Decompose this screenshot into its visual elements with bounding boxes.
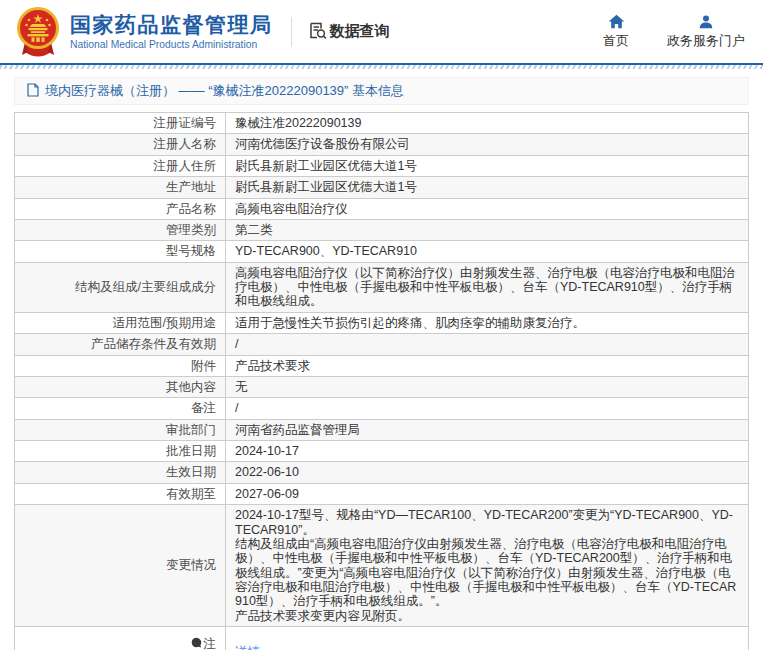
row-label: 型号规格: [15, 241, 226, 262]
row-value: 尉氏县新尉工业园区优德大道1号: [226, 155, 749, 176]
row-label: 生效日期: [15, 462, 226, 483]
row-value: YD-TECAR900、YD-TECAR910: [226, 241, 749, 262]
row-value: 河南省药品监督管理局: [226, 419, 749, 440]
site-header: 国家药品监督管理局 National Medical Products Admi…: [0, 0, 763, 63]
row-value: 高频电容电阻治疗仪: [226, 198, 749, 219]
table-row: 适用范围/预期用途适用于急慢性关节损伤引起的疼痛、肌肉痉挛的辅助康复治疗。: [15, 312, 749, 333]
breadcrumb-text: 境内医疗器械（注册） —— “豫械注准20222090139” 基本信息: [45, 82, 404, 100]
table-row: 结构及组成/主要组成成分高频电容电阻治疗仪（以下简称治疗仪）由射频发生器、治疗电…: [15, 262, 749, 312]
row-label: 备注: [15, 398, 226, 419]
table-row: 其他内容无: [15, 376, 749, 397]
row-value: /: [226, 398, 749, 419]
row-value: /: [226, 334, 749, 355]
table-row: 管理类别第二类: [15, 219, 749, 240]
data-query-icon: [308, 21, 327, 43]
breadcrumb: 境内医疗器械（注册） —— “豫械注准20222090139” 基本信息: [14, 77, 749, 105]
table-row: 备注/: [15, 398, 749, 419]
row-value: 高频电容电阻治疗仪（以下简称治疗仪）由射频发生器、治疗电极（电容治疗电极和电阻治…: [226, 262, 749, 312]
table-row: 注册人名称河南优德医疗设备股份有限公司: [15, 134, 749, 155]
row-label: 注册人住所: [15, 155, 226, 176]
table-row: 注册证编号豫械注准20222090139: [15, 113, 749, 134]
home-icon: [608, 14, 625, 29]
table-row: 审批部门河南省药品监督管理局: [15, 419, 749, 440]
header-divider: [291, 17, 292, 47]
table-row: 产品名称高频电容电阻治疗仪: [15, 198, 749, 219]
row-value: 尉氏县新尉工业园区优德大道1号: [226, 177, 749, 198]
row-value: 豫械注准20222090139: [226, 113, 749, 134]
nav-gov-portal[interactable]: 政务服务门户: [667, 14, 745, 50]
table-row: 批准日期2024-10-17: [15, 441, 749, 462]
note-label-text: 注: [204, 637, 217, 650]
nav-home-label: 首页: [603, 32, 629, 50]
table-row: 附件产品技术要求: [15, 355, 749, 376]
row-label: 生产地址: [15, 177, 226, 198]
registration-info-table: 注册证编号豫械注准20222090139 注册人名称河南优德医疗设备股份有限公司…: [14, 112, 749, 650]
site-subtitle: National Medical Products Administration: [70, 39, 273, 50]
row-label: 注册人名称: [15, 134, 226, 155]
row-label: 审批部门: [15, 419, 226, 440]
user-icon: [698, 14, 714, 29]
row-value: 无: [226, 376, 749, 397]
row-label: 产品储存条件及有效期: [15, 334, 226, 355]
row-label: 变更情况: [15, 505, 226, 627]
table-row: 产品储存条件及有效期/: [15, 334, 749, 355]
table-row: 生效日期2022-06-10: [15, 462, 749, 483]
data-query-label: 数据查询: [330, 22, 390, 41]
row-value: 第二类: [226, 219, 749, 240]
table-row: 有效期至2027-06-09: [15, 483, 749, 504]
nav-gov-portal-label: 政务服务门户: [667, 32, 745, 50]
row-label: 结构及组成/主要组成成分: [15, 262, 226, 312]
row-label: 附件: [15, 355, 226, 376]
row-label: 其他内容: [15, 376, 226, 397]
row-value: 产品技术要求: [226, 355, 749, 376]
header-nav: 首页 政务服务门户: [603, 14, 745, 50]
row-value: 适用于急慢性关节损伤引起的疼痛、肌肉痉挛的辅助康复治疗。: [226, 312, 749, 333]
national-emblem-logo: [14, 6, 62, 58]
site-title: 国家药品监督管理局: [70, 13, 273, 36]
row-label: 管理类别: [15, 219, 226, 240]
row-label: 有效期至: [15, 483, 226, 504]
table-row: 生产地址尉氏县新尉工业园区优德大道1号: [15, 177, 749, 198]
row-label: 产品名称: [15, 198, 226, 219]
row-label: 批准日期: [15, 441, 226, 462]
row-label: 适用范围/预期用途: [15, 312, 226, 333]
table-row: 注册人住所尉氏县新尉工业园区优德大道1号: [15, 155, 749, 176]
row-value: 河南优德医疗设备股份有限公司: [226, 134, 749, 155]
data-query-tab[interactable]: 数据查询: [308, 21, 390, 43]
brand[interactable]: 国家药品监督管理局 National Medical Products Admi…: [14, 6, 273, 58]
row-value: 2027-06-09: [226, 483, 749, 504]
nav-home[interactable]: 首页: [603, 14, 629, 50]
comment-icon: [191, 637, 202, 650]
detail-link[interactable]: 详情: [235, 645, 260, 650]
note-row: 注 详情: [15, 627, 749, 650]
row-value: 2024-10-17: [226, 441, 749, 462]
row-value: 2024-10-17型号、规格由“YD—TECAR100、YD-TECAR200…: [226, 505, 749, 627]
table-row: 型号规格YD-TECAR900、YD-TECAR910: [15, 241, 749, 262]
row-label: 注册证编号: [15, 113, 226, 134]
table-row: 变更情况2024-10-17型号、规格由“YD—TECAR100、YD-TECA…: [15, 505, 749, 627]
header-separator-hatch: [0, 65, 763, 69]
row-value: 2022-06-10: [226, 462, 749, 483]
document-icon: [27, 83, 39, 100]
